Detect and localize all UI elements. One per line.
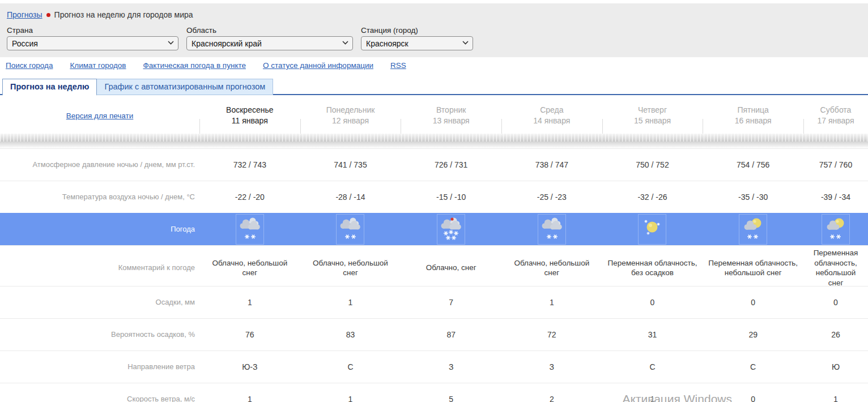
- temperature-value-day3: -15 / -10: [401, 181, 501, 213]
- comment-value-day5: Переменная облачность, без осадков: [602, 246, 703, 290]
- day-name: Пятница: [737, 105, 768, 116]
- precip_probability-value-day3: 87: [401, 319, 501, 350]
- comment-value-day7: Переменная облачность, небольшой снег: [803, 246, 868, 290]
- day-header-row: Версия для печати Воскресенье11 январяПо…: [0, 95, 868, 129]
- pressure-value-day4: 738 / 747: [501, 149, 602, 181]
- table-row-wind_direction: Направление ветраЮ-ЗСЗЗССЮ: [0, 350, 868, 383]
- comment-value-day2: Облачно, небольшой снег: [300, 246, 401, 290]
- row-label-weather: Погода: [0, 213, 199, 246]
- day-header-2: Понедельник12 января: [300, 102, 401, 129]
- region-label: Область: [186, 26, 353, 35]
- breadcrumb-link[interactable]: Прогнозы: [7, 10, 42, 19]
- row-label-wind_speed: Скорость ветра, м/с: [0, 383, 199, 402]
- day-name: Суббота: [820, 105, 852, 116]
- comment-value-day1: Облачно, небольшой снег: [199, 246, 300, 290]
- pressure-value-day1: 732 / 743: [199, 149, 300, 181]
- row-label-temperature: Температура воздуха ночью / днем, °C: [0, 181, 199, 213]
- wind_direction-value-day7: Ю: [803, 351, 868, 383]
- wind_speed-value-day2: 1: [300, 383, 401, 402]
- link-data-status[interactable]: О статусе данной информации: [263, 61, 373, 70]
- precip_probability-value-day4: 72: [501, 319, 602, 350]
- station-select[interactable]: Красноярск: [361, 36, 473, 50]
- day-name: Понедельник: [326, 105, 375, 116]
- temperature-value-day7: -39 / -34: [803, 181, 868, 213]
- day-header-7: Суббота17 января: [803, 102, 868, 129]
- print-version-link[interactable]: Версия для печати: [66, 112, 134, 120]
- row-label-wind_direction: Направление ветра: [0, 351, 199, 383]
- pressure-value-day3: 726 / 731: [401, 149, 501, 181]
- precipitation-value-day1: 1: [199, 286, 300, 318]
- precipitation-value-day3: 7: [401, 286, 501, 318]
- day-date: 13 января: [433, 116, 470, 126]
- wind_speed-value-day7: 1: [803, 383, 868, 402]
- breadcrumb: Прогнозы Прогноз на неделю для городов м…: [0, 7, 868, 25]
- breadcrumb-bullet-icon: [46, 13, 50, 17]
- temperature-value-day6: -35 / -30: [703, 181, 803, 213]
- precipitation-value-day6: 0: [703, 286, 803, 318]
- country-label: Страна: [7, 26, 178, 35]
- table-row-precipitation: Осадки, мм1171000: [0, 286, 868, 318]
- wind_direction-value-day1: Ю-З: [199, 351, 300, 383]
- day-date: 14 января: [533, 116, 570, 126]
- comment-value-day4: Облачно, небольшой снег: [501, 246, 602, 290]
- weather-icon-clouds-snow: [501, 213, 602, 246]
- pressure-value-day5: 750 / 752: [602, 149, 703, 181]
- temperature-value-day4: -25 / -23: [501, 181, 602, 213]
- wind_direction-value-day6: С: [703, 351, 803, 383]
- precip_probability-value-day7: 26: [803, 319, 868, 350]
- day-date: 15 января: [634, 116, 671, 126]
- timeline-ruler: [0, 129, 868, 148]
- ruler-fade: [0, 142, 868, 148]
- region-select[interactable]: Красноярский край: [186, 36, 353, 50]
- link-city-search[interactable]: Поиск города: [6, 61, 53, 70]
- comment-value-day6: Переменная облачность, небольшой снег: [703, 246, 803, 290]
- table-row-precip_probability: Вероятность осадков, %76838772312926: [0, 318, 868, 350]
- tab-automated-chart[interactable]: График с автоматизированным прогнозом: [97, 79, 273, 95]
- precip_probability-value-day1: 76: [199, 319, 300, 350]
- link-rss[interactable]: RSS: [390, 61, 406, 70]
- day-name: Воскресенье: [226, 105, 273, 116]
- weather-icon-moon-cloud-snow: [703, 213, 803, 246]
- day-name: Четверг: [638, 105, 667, 116]
- weather-icon-clouds-snow: [300, 213, 401, 246]
- country-select[interactable]: Россия: [7, 36, 178, 50]
- day-date: 12 января: [332, 116, 369, 126]
- day-date: 11 января: [232, 116, 268, 126]
- table-row-weather: Погода: [0, 213, 868, 245]
- precipitation-value-day2: 1: [300, 286, 401, 318]
- weather-icon-clouds-snow: [199, 213, 300, 246]
- day-date: 17 января: [817, 116, 854, 126]
- wind_speed-value-day3: 5: [401, 383, 501, 402]
- wind_speed-value-day4: 2: [501, 383, 602, 402]
- precipitation-value-day7: 0: [803, 286, 868, 318]
- precip_probability-value-day2: 83: [300, 319, 401, 350]
- comment-value-day3: Облачно, снег: [401, 246, 501, 290]
- day-header-5: Четверг15 января: [602, 102, 703, 129]
- station-label: Станция (город): [361, 26, 473, 35]
- link-city-climate[interactable]: Климат городов: [70, 61, 126, 70]
- day-header-4: Среда14 января: [501, 102, 602, 129]
- row-label-comment: Комментарий к погоде: [0, 246, 199, 290]
- wind_speed-value-day6: 0: [703, 383, 803, 402]
- wind_direction-value-day5: С: [602, 351, 703, 383]
- ruler-ticks: [0, 134, 868, 142]
- precipitation-value-day5: 0: [602, 286, 703, 318]
- day-header-6: Пятница16 января: [703, 102, 803, 129]
- pressure-value-day2: 741 / 735: [300, 149, 401, 181]
- precipitation-value-day4: 1: [501, 286, 602, 318]
- pressure-value-day6: 754 / 756: [703, 149, 803, 181]
- weather-icon-clouds-heavy-snow: [401, 213, 501, 246]
- row-label-precip_probability: Вероятность осадков, %: [0, 319, 199, 350]
- quick-links: Поиск города Климат городов Фактическая …: [0, 57, 868, 73]
- day-name: Вторник: [436, 105, 466, 116]
- pressure-value-day7: 757 / 760: [803, 149, 868, 181]
- table-row-temperature: Температура воздуха ночью / днем, °C-22 …: [0, 181, 868, 213]
- table-row-wind_speed: Скорость ветра, м/с1152101: [0, 383, 868, 402]
- table-row-pressure: Атмосферное давление ночью / днем, мм рт…: [0, 148, 868, 181]
- link-actual-weather[interactable]: Фактическая погода в пункте: [143, 61, 246, 70]
- temperature-value-day5: -32 / -26: [602, 181, 703, 213]
- temperature-value-day2: -28 / -14: [300, 181, 401, 213]
- tab-week-forecast[interactable]: Прогноз на неделю: [2, 79, 97, 96]
- row-label-precipitation: Осадки, мм: [0, 286, 199, 318]
- table-row-comment: Комментарий к погодеОблачно, небольшой с…: [0, 245, 868, 286]
